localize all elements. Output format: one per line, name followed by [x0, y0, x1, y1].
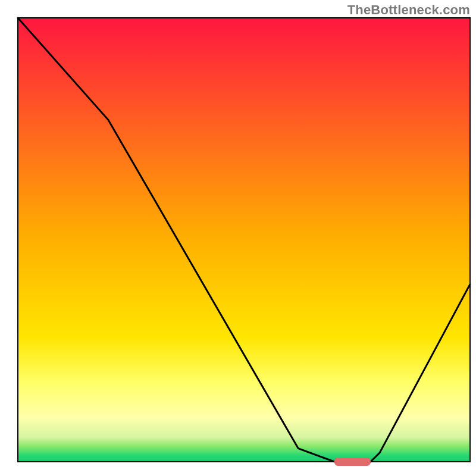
chart-canvas: TheBottleneck.com: [0, 0, 476, 476]
watermark-text: TheBottleneck.com: [347, 2, 470, 18]
bottleneck-chart-svg: [0, 0, 476, 476]
chart-background-gradient: [18, 18, 470, 462]
optimum-range-marker: [334, 458, 371, 466]
